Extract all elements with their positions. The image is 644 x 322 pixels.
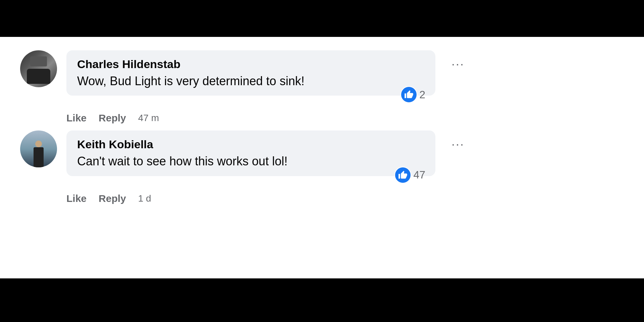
comment-actions-2: Like Reply 1 d [20,193,624,204]
bottom-black-bar [0,278,644,322]
more-options-1[interactable]: ··· [451,57,465,71]
comment-row-1: Charles Hildenstab Wow, Bud Light is ver… [20,50,624,96]
thumbs-up-icon-2 [398,170,408,180]
top-black-bar [0,0,644,37]
avatar-keith [20,130,57,167]
like-button-1[interactable]: Like [66,112,87,124]
comment-time-2: 1 d [138,193,151,204]
comment-actions-1: Like Reply 47 m [20,112,624,124]
comment-author-2: Keith Kobiella [77,138,425,151]
like-button-2[interactable]: Like [66,193,87,204]
comment-bubble-1: Charles Hildenstab Wow, Bud Light is ver… [66,50,435,96]
reply-button-1[interactable]: Reply [99,112,126,124]
comment-text-2: Can't wait to see how this works out lol… [77,153,425,170]
reaction-count-1: 2 [419,89,425,101]
reply-button-2[interactable]: Reply [99,193,126,204]
comment-bubble-2: Keith Kobiella Can't wait to see how thi… [66,130,435,176]
comments-area: Charles Hildenstab Wow, Bud Light is ver… [0,37,644,278]
comment-reactions-1: 2 [400,86,425,103]
comment-wrapper-2: Keith Kobiella Can't wait to see how thi… [20,130,624,204]
comment-text-1: Wow, Bud Light is very determined to sin… [77,73,425,90]
like-badge-2 [394,167,411,183]
comment-time-1: 47 m [138,113,159,123]
comment-row-2: Keith Kobiella Can't wait to see how thi… [20,130,624,176]
avatar-figure [34,147,44,167]
like-badge-1 [400,86,417,103]
avatar-charles [20,50,57,87]
more-options-2[interactable]: ··· [451,137,465,151]
comment-author-1: Charles Hildenstab [77,58,425,71]
comment-reactions-2: 47 [394,167,425,183]
comment-wrapper-1: Charles Hildenstab Wow, Bud Light is ver… [20,50,624,124]
reaction-count-2: 47 [413,169,425,181]
thumbs-up-icon-1 [404,90,414,99]
